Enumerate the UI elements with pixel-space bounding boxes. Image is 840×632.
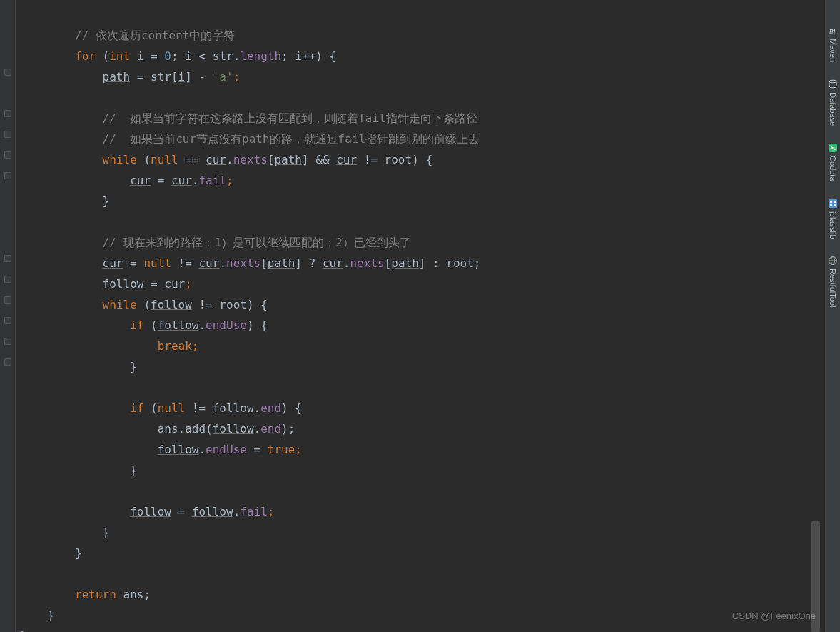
fold-marker[interactable] [4, 151, 11, 159]
database-icon [828, 79, 838, 89]
fold-marker[interactable] [4, 276, 11, 283]
jclasslib-icon [828, 199, 838, 209]
tool-window-label: jclasslib [822, 211, 840, 239]
globe-icon [828, 256, 838, 266]
svg-rect-8 [834, 204, 836, 206]
fold-marker[interactable] [4, 69, 11, 76]
code-comment: // 现在来到的路径：1）是可以继续匹配的；2）已经到头了 [20, 236, 411, 249]
fold-marker[interactable] [4, 110, 11, 117]
tool-window-codota[interactable]: Codota [822, 143, 840, 181]
tool-window-label: Database [822, 92, 840, 126]
code-comment: // 如果当前字符在这条路上没有匹配到，则随着fail指针走向下条路径 [20, 111, 477, 125]
svg-point-1 [829, 80, 836, 83]
tool-window-label: Codota [822, 156, 840, 181]
fold-marker[interactable] [4, 131, 11, 138]
tool-window-database[interactable]: Database [822, 79, 840, 126]
svg-rect-4 [829, 199, 837, 208]
watermark-text: CSDN @FeenixOne [732, 606, 816, 626]
tool-window-label: Maven [822, 39, 840, 62]
fold-marker[interactable] [4, 317, 11, 324]
maven-icon: m [828, 26, 838, 36]
tool-window-maven[interactable]: m Maven [822, 26, 840, 62]
right-tool-window-bar: m Maven Database Codota jclasslib Restfu… [824, 0, 840, 632]
fold-marker[interactable] [4, 296, 11, 304]
svg-rect-6 [834, 201, 836, 203]
tool-window-label: RestfulTool [822, 269, 840, 307]
fold-marker[interactable] [4, 358, 11, 366]
fold-marker[interactable] [4, 255, 11, 262]
tool-window-restfultool[interactable]: RestfulTool [822, 256, 840, 307]
code-comment: // 依次遍历content中的字符 [20, 29, 235, 42]
fold-marker[interactable] [4, 172, 11, 179]
codota-icon [828, 143, 838, 153]
code-comment: // 如果当前cur节点没有path的路，就通过fail指针跳到别的前缀上去 [20, 132, 480, 146]
tool-window-jclasslib[interactable]: jclasslib [822, 199, 840, 239]
vertical-scrollbar[interactable] [811, 0, 820, 632]
fold-marker[interactable] [4, 338, 11, 345]
svg-text:m: m [829, 26, 836, 36]
svg-rect-7 [830, 204, 832, 206]
code-editor[interactable]: // 依次遍历content中的字符 for (int i = 0; i < s… [20, 4, 812, 632]
svg-rect-5 [830, 201, 832, 203]
editor-gutter [0, 0, 16, 632]
